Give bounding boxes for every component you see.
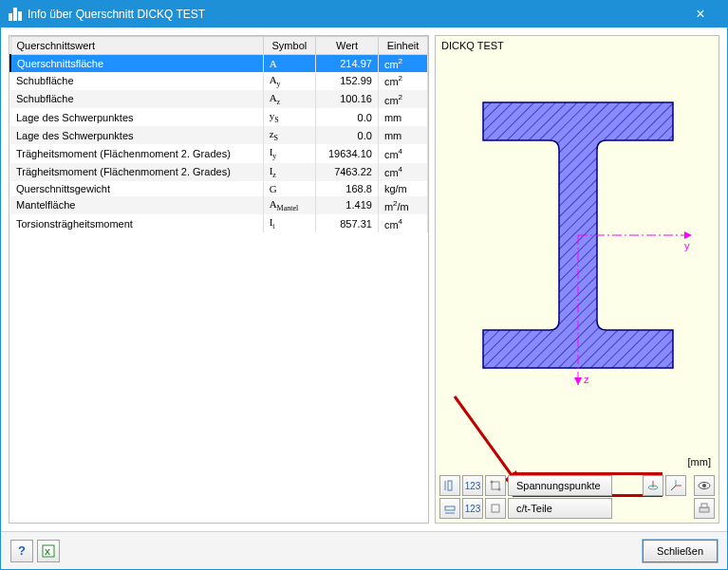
cell-name: Mantelfläche bbox=[10, 196, 263, 214]
col-unit[interactable]: Einheit bbox=[378, 37, 427, 55]
col-name[interactable]: Querschnittswert bbox=[10, 37, 263, 55]
cell-name: Trägheitsmoment (Flächenmoment 2. Grades… bbox=[10, 163, 263, 181]
cell-unit: cm4 bbox=[378, 214, 427, 232]
axis-xyz-button[interactable] bbox=[665, 475, 686, 496]
cell-symbol: zS bbox=[263, 126, 315, 144]
table-row[interactable]: Lage des SchwerpunktesyS0.0mm bbox=[10, 108, 428, 126]
col-value[interactable]: Wert bbox=[316, 37, 379, 55]
cell-symbol: Az bbox=[263, 90, 315, 108]
svg-text:X: X bbox=[45, 547, 50, 557]
cell-unit: cm2 bbox=[378, 55, 427, 72]
cell-name: Lage des Schwerpunktes bbox=[10, 126, 263, 144]
ct-icon-button[interactable] bbox=[485, 498, 506, 519]
cell-name: Querschnittsgewicht bbox=[10, 181, 263, 196]
cell-name: Lage des Schwerpunktes bbox=[10, 108, 263, 126]
svg-point-21 bbox=[702, 484, 706, 487]
eye-button[interactable] bbox=[694, 475, 715, 496]
cell-symbol: A bbox=[263, 55, 315, 72]
table-row[interactable]: QuerschnittsgewichtG168.8kg/m bbox=[10, 181, 428, 196]
app-icon bbox=[9, 8, 22, 21]
svg-rect-22 bbox=[445, 506, 455, 510]
cell-value: 7463.22 bbox=[316, 163, 379, 181]
preview-title: DICKQ TEST bbox=[441, 40, 504, 51]
stress-points-icon-button[interactable] bbox=[485, 475, 506, 496]
cell-symbol: Iy bbox=[263, 144, 315, 162]
cell-name: Schubfläche bbox=[10, 72, 263, 90]
cell-name: Schubfläche bbox=[10, 90, 263, 108]
table-row[interactable]: Lage des SchwerpunkteszS0.0mm bbox=[10, 126, 428, 144]
table-row[interactable]: QuerschnittsflächeA214.97cm2 bbox=[10, 55, 428, 72]
cell-value: 0.0 bbox=[316, 108, 379, 126]
axis-y-button[interactable] bbox=[643, 475, 663, 496]
svg-marker-6 bbox=[574, 377, 582, 385]
cell-unit: cm4 bbox=[378, 144, 427, 162]
dim-height-button[interactable] bbox=[439, 475, 460, 496]
cell-unit: m2/m bbox=[378, 196, 427, 214]
table-row[interactable]: SchubflächeAy152.99cm2 bbox=[10, 72, 428, 90]
cell-value: 214.97 bbox=[316, 55, 379, 72]
table-row[interactable]: SchubflächeAz100.16cm2 bbox=[10, 90, 428, 108]
svg-rect-24 bbox=[492, 505, 499, 512]
cell-unit: cm4 bbox=[378, 163, 427, 181]
cell-value: 100.16 bbox=[316, 90, 379, 108]
table-row[interactable]: TorsionsträgheitsmomentIt857.31cm4 bbox=[10, 214, 428, 232]
svg-line-8 bbox=[455, 396, 516, 482]
svg-point-14 bbox=[498, 488, 501, 491]
svg-text:z: z bbox=[584, 374, 589, 385]
close-button[interactable]: Schließen bbox=[643, 540, 718, 562]
cell-name: Trägheitsmoment (Flächenmoment 2. Grades… bbox=[10, 144, 263, 162]
titlebar: Info über Querschnitt DICKQ TEST × bbox=[1, 1, 727, 28]
cell-symbol: AMantel bbox=[263, 196, 315, 214]
table-row[interactable]: MantelflächeAMantel1.419m2/m bbox=[10, 196, 428, 214]
values-button[interactable]: 123 bbox=[462, 475, 483, 496]
cell-unit: cm2 bbox=[378, 72, 427, 90]
cell-value: 857.31 bbox=[316, 214, 379, 232]
properties-table: Querschnittswert Symbol Wert Einheit Que… bbox=[9, 35, 429, 524]
svg-rect-25 bbox=[700, 507, 709, 512]
cell-symbol: Iz bbox=[263, 163, 315, 181]
col-symbol[interactable]: Symbol bbox=[263, 37, 315, 55]
cell-symbol: yS bbox=[263, 108, 315, 126]
cell-value: 152.99 bbox=[316, 72, 379, 90]
preview-toolbar: 123 Spannungspunkte 123 c/t-Teile bbox=[439, 473, 715, 519]
ct-teile-button[interactable]: c/t-Teile bbox=[508, 498, 612, 519]
cell-name: Querschnittsfläche bbox=[10, 55, 263, 72]
spannungspunkte-button[interactable]: Spannungspunkte bbox=[508, 475, 612, 496]
svg-point-13 bbox=[491, 481, 494, 484]
cross-section-icon: y z bbox=[464, 64, 692, 387]
dim-width-button[interactable] bbox=[439, 498, 460, 519]
cell-value: 19634.10 bbox=[316, 144, 379, 162]
cell-unit: kg/m bbox=[378, 181, 427, 196]
window-title: Info über Querschnitt DICKQ TEST bbox=[28, 8, 681, 21]
svg-text:y: y bbox=[684, 240, 690, 251]
window: Info über Querschnitt DICKQ TEST × Quers… bbox=[0, 0, 728, 570]
cell-unit: cm2 bbox=[378, 90, 427, 108]
table-row[interactable]: Trägheitsmoment (Flächenmoment 2. Grades… bbox=[10, 163, 428, 181]
preview-panel: DICKQ TEST y z bbox=[435, 35, 719, 524]
cell-symbol: It bbox=[263, 214, 315, 232]
close-icon[interactable]: × bbox=[681, 6, 719, 23]
svg-rect-26 bbox=[701, 504, 707, 507]
help-button[interactable]: ? bbox=[10, 540, 33, 562]
cell-value: 168.8 bbox=[316, 181, 379, 196]
svg-rect-10 bbox=[448, 481, 452, 490]
unit-label: [mm] bbox=[688, 456, 711, 468]
print-button[interactable] bbox=[694, 498, 715, 519]
cell-value: 1.419 bbox=[316, 196, 379, 214]
cell-symbol: G bbox=[263, 181, 315, 196]
cell-symbol: Ay bbox=[263, 72, 315, 90]
cell-value: 0.0 bbox=[316, 126, 379, 144]
table-row[interactable]: Trägheitsmoment (Flächenmoment 2. Grades… bbox=[10, 144, 428, 162]
cell-unit: mm bbox=[378, 126, 427, 144]
content: Querschnittswert Symbol Wert Einheit Que… bbox=[1, 28, 727, 531]
svg-line-19 bbox=[671, 486, 676, 490]
excel-button[interactable]: X bbox=[37, 540, 60, 562]
svg-marker-3 bbox=[684, 231, 692, 239]
values2-button[interactable]: 123 bbox=[462, 498, 483, 519]
footer: ? X Schließen bbox=[1, 531, 727, 569]
cell-unit: mm bbox=[378, 108, 427, 126]
right-panel: DICKQ TEST y z bbox=[435, 35, 719, 524]
svg-rect-12 bbox=[492, 482, 499, 489]
cell-name: Torsionsträgheitsmoment bbox=[10, 214, 263, 232]
